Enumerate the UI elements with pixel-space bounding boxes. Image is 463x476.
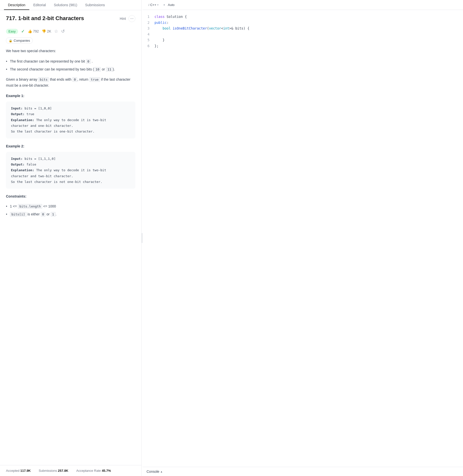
constraint-2: bits[i] is either 0 or 1.: [6, 210, 135, 218]
lock-icon: 🔒: [9, 39, 12, 42]
solved-icon: ✓: [21, 29, 25, 34]
problem-content: 717. 1-bit and 2-bit Characters Hint ···…: [0, 10, 141, 465]
accepted-stat: Accepted 117.9K: [6, 469, 31, 473]
example2-box: Input: bits = [1,1,1,0] Output: false Ex…: [6, 152, 135, 189]
line-num-6: 6: [143, 43, 154, 49]
more-options-button[interactable]: ···: [128, 15, 135, 22]
example1-label: Example 1:: [6, 93, 135, 99]
hint-button[interactable]: Hint: [120, 17, 126, 21]
tab-description[interactable]: Description: [4, 0, 29, 10]
main-container: Description Editorial Solutions (981) Su…: [0, 0, 463, 476]
example2-input: Input: bits = [1,1,1,0]: [11, 156, 130, 162]
lang-label: C++: [150, 3, 156, 7]
companies-label: Companies: [14, 39, 30, 42]
description-given: Given a binary array bits that ends with…: [6, 77, 135, 89]
code-c1: 1: [51, 212, 56, 217]
code-zero: 0: [72, 77, 77, 82]
separator: •: [163, 3, 165, 7]
line-num-1: 1: [143, 14, 154, 20]
example2-output: Output: false: [11, 162, 130, 167]
refresh-icon[interactable]: ↺: [61, 29, 65, 34]
editor-area[interactable]: 1 class Solution { 2 public: 3 bool isOn…: [143, 10, 463, 467]
code-line-6: 6 };: [143, 43, 463, 49]
line-code-3: bool isOneBitCharacter(vector<int>& bits…: [154, 26, 249, 31]
console-bar[interactable]: Console ▴: [143, 467, 463, 476]
thumbs-down-icon: 👎: [42, 29, 46, 33]
chevron-down-icon: ▾: [157, 3, 158, 6]
code-10: 10: [94, 67, 101, 72]
description-list: The first character can be represented b…: [6, 58, 135, 73]
code-true: true: [89, 77, 100, 82]
example2-explanation: Explanation: The only way to decode it i…: [11, 167, 130, 185]
editor-header: i C++ ▾ • Auto: [143, 0, 463, 10]
lang-icon: i: [149, 3, 149, 7]
example1-output: Output: true: [11, 111, 130, 117]
code-line-1: 1 class Solution {: [143, 14, 463, 20]
desc-bullet-2: The second character can be represented …: [6, 66, 135, 73]
dislikes-count[interactable]: 👎 2K: [42, 29, 51, 33]
code-bits: bits: [38, 77, 49, 82]
difficulty-badge: Easy: [6, 29, 18, 34]
chevron-up-icon: ▴: [161, 470, 162, 473]
constraint-1: 1 <= bits.length <= 1000: [6, 203, 135, 210]
code-c0: 0: [41, 212, 46, 217]
companies-badge[interactable]: 🔒 Companies: [6, 37, 33, 44]
submissions-stat: Submissions 257.8K: [39, 469, 68, 473]
code-bits-i: bits[i]: [10, 212, 27, 217]
constraints-list: 1 <= bits.length <= 1000 bits[i] is eith…: [6, 203, 135, 218]
problem-meta: Easy ✓ 👍 792 👎 2K ☆ ↺: [6, 29, 135, 34]
console-label: Console: [147, 470, 159, 474]
code-line-2: 2 public:: [143, 20, 463, 26]
code-line-3: 3 bool isOneBitCharacter(vector<int>& bi…: [143, 26, 463, 32]
hint-area: Hint ···: [120, 15, 135, 22]
line-num-2: 2: [143, 20, 154, 26]
left-panel: Description Editorial Solutions (981) Su…: [0, 0, 142, 476]
line-code-1: class Solution {: [154, 14, 187, 20]
problem-title: 717. 1-bit and 2-bit Characters: [6, 15, 84, 22]
example2-label: Example 2:: [6, 143, 135, 149]
problem-description: We have two special characters: The firs…: [6, 48, 135, 218]
bookmark-icon[interactable]: ☆: [54, 29, 58, 34]
line-num-5: 5: [143, 37, 154, 43]
code-line-4: 4: [143, 32, 463, 37]
right-panel: i C++ ▾ • Auto 1 class Solution { 2 publ…: [143, 0, 463, 476]
code-11: 11: [106, 67, 113, 72]
tab-bar: Description Editorial Solutions (981) Su…: [0, 0, 141, 10]
desc-bullet-1: The first character can be represented b…: [6, 58, 135, 66]
tab-editorial[interactable]: Editorial: [29, 0, 50, 10]
example1-input: Input: bits = [1,0,0]: [11, 105, 130, 111]
line-code-2: public:: [154, 20, 169, 26]
constraints-label: Constraints:: [6, 194, 135, 200]
description-intro: We have two special characters:: [6, 48, 135, 54]
stats-bar: Accepted 117.9K Submissions 257.8K Accep…: [0, 465, 141, 476]
example1-box: Input: bits = [1,0,0] Output: true Expla…: [6, 102, 135, 138]
line-code-5: }: [154, 37, 165, 43]
thumbs-up-icon: 👍: [28, 29, 32, 33]
auto-label: Auto: [168, 3, 175, 7]
rate-stat: Acceptance Rate 45.7%: [76, 469, 111, 473]
likes-count[interactable]: 👍 792: [28, 29, 39, 33]
tab-submissions[interactable]: Submissions: [81, 0, 109, 10]
line-num-3: 3: [143, 26, 154, 31]
code-0: 0: [86, 59, 91, 64]
code-line-5: 5 }: [143, 37, 463, 43]
line-code-6: };: [154, 43, 158, 49]
language-selector[interactable]: i C++ ▾: [147, 2, 160, 8]
code-bits-length: bits.length: [18, 204, 42, 209]
example1-explanation: Explanation: The only way to decode it i…: [11, 117, 130, 135]
tab-solutions[interactable]: Solutions (981): [50, 0, 81, 10]
line-num-4: 4: [143, 32, 154, 37]
